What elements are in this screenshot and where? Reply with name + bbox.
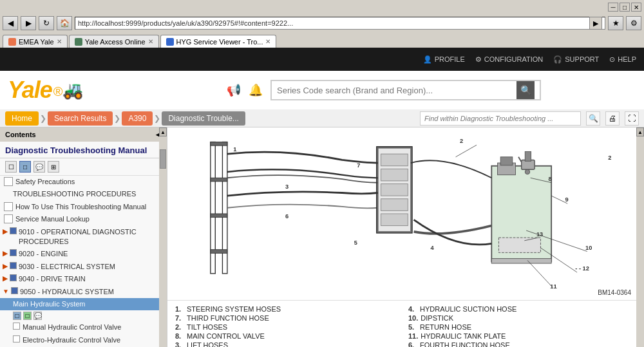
svg-rect-22 — [491, 259, 551, 263]
manual-title: Diagnostic Troubleshooting Manual — [0, 142, 167, 158]
svg-text:4: 4 — [431, 245, 435, 251]
hydraulic-diagram: 1 2 2 3 4 5 6 7 8 9 10 — [170, 130, 634, 297]
scroll-track[interactable] — [159, 136, 167, 347]
svg-text:- - 12: - - 12 — [575, 265, 589, 272]
tab-favicon — [166, 38, 174, 46]
diagram-area: 1 2 2 3 4 5 6 7 8 9 10 — [167, 127, 636, 300]
svg-text:7: 7 — [357, 162, 360, 169]
right-scroll-up-button[interactable]: ▲ — [636, 127, 644, 136]
favorites-button[interactable]: ★ — [608, 16, 623, 30]
svg-rect-4 — [211, 178, 227, 182]
page-icon — [4, 177, 13, 186]
breadcrumb-a390[interactable]: A390 — [122, 111, 153, 126]
scroll-up-button[interactable]: ▲ — [159, 127, 167, 136]
tab-emea-yale[interactable]: EMEA Yale ✕ — [3, 35, 68, 48]
sub-icon-3[interactable]: 💬 — [33, 312, 42, 320]
sidebar-item-main-hydraulic[interactable]: Main Hydraulic System — [0, 298, 167, 310]
sidebar-item-safety[interactable]: Safety Precautions — [0, 176, 167, 188]
tab-favicon — [75, 38, 82, 46]
tab-hyg-service[interactable]: HYG Service Viewer - Tro... ✕ — [160, 35, 277, 48]
main-layout: Contents ◀ Diagnostic Troubleshooting Ma… — [0, 127, 644, 347]
sidebar-item-9020[interactable]: ▶ 9020 - ENGINE — [0, 248, 167, 260]
parts-column-right: 4. HYDRAULIC SUCTION HOSE 10. DIPSTICK 5… — [408, 305, 629, 347]
tab-close-icon[interactable]: ✕ — [57, 38, 62, 45]
part-row-8: 10. DIPSTICK — [408, 314, 629, 323]
breadcrumb-sep-1: ❯ — [39, 114, 48, 123]
tools-button[interactable]: ⚙ — [626, 16, 641, 30]
svg-rect-15 — [500, 157, 513, 165]
svg-text:1: 1 — [233, 146, 236, 153]
series-search-input[interactable] — [277, 86, 516, 95]
back-button[interactable]: ◀ — [3, 16, 18, 30]
sidebar-title: Contents — [5, 131, 36, 138]
svg-rect-3 — [211, 142, 227, 146]
close-button[interactable]: ✕ — [631, 3, 641, 12]
help-link[interactable]: ⊙ HELP — [609, 55, 636, 64]
find-input[interactable] — [420, 111, 581, 126]
refresh-button[interactable]: ↻ — [39, 16, 54, 30]
page-icon — [4, 202, 13, 211]
svg-rect-20 — [525, 151, 531, 161]
sidebar-item-service-lookup[interactable]: Service Manual Lookup — [0, 213, 167, 225]
right-scroll-track[interactable] — [636, 136, 644, 347]
search-icon: 🔍 — [520, 85, 531, 95]
svg-text:11: 11 — [550, 283, 556, 290]
address-bar[interactable]: http://localhost:9999/products/yale/uk/a… — [75, 17, 605, 30]
part-row-5: 3. LIFT HOSES — [175, 341, 395, 347]
tab-close-icon[interactable]: ✕ — [265, 38, 270, 45]
sub-icon-1[interactable]: □ — [13, 312, 21, 320]
page-icon — [13, 335, 20, 342]
svg-text:3: 3 — [285, 183, 289, 190]
toolbar-icon-3[interactable]: 💬 — [33, 161, 45, 173]
sidebar-item-9040[interactable]: ▶ 9040 - DRIVE TRAIN — [0, 273, 167, 285]
sidebar-item-troubleshooting-proc[interactable]: TROUBLESHOOTING PROCEDURES — [0, 188, 167, 200]
sidebar-content: Safety Precautions TROUBLESHOOTING PROCE… — [0, 176, 167, 347]
sidebar-item-icons-row: □ □ 💬 — [0, 310, 167, 321]
svg-rect-6 — [211, 250, 227, 254]
sidebar-item-manual-hydraulic[interactable]: Manual Hydraulic Control Valve — [0, 321, 167, 333]
breadcrumb-home[interactable]: Home — [5, 111, 39, 126]
bell-icon[interactable]: 🔔 — [249, 83, 263, 97]
sub-icon-2[interactable]: □ — [23, 312, 32, 320]
series-search-box[interactable]: 🔍 — [270, 80, 541, 100]
svg-rect-12 — [381, 214, 408, 226]
configuration-link[interactable]: ⚙ CONFIGURATION — [475, 55, 543, 64]
print-button[interactable]: 🖨 — [605, 111, 620, 126]
toolbar-icon-1[interactable]: ☐ — [5, 161, 17, 173]
content-area: 1 2 2 3 4 5 6 7 8 9 10 — [167, 127, 636, 347]
svg-text:2: 2 — [460, 138, 463, 144]
maximize-button[interactable]: □ — [620, 3, 630, 12]
expand-arrow-9050: ▼ — [3, 287, 9, 296]
expand-arrow-9010: ▶ — [3, 227, 8, 236]
nav-bar: ◀ ▶ ↻ 🏠 http://localhost:9999/products/y… — [0, 14, 644, 32]
section-icon-9020 — [10, 249, 17, 256]
sidebar-scrollbar: ▲ ▼ — [159, 127, 167, 347]
breadcrumb-diagnostic[interactable]: Diagnostic Trouble... — [162, 111, 245, 126]
go-button[interactable]: ▶ — [589, 17, 602, 30]
sidebar-item-9050[interactable]: ▼ 9050 - HYDRAULIC SYSTEM — [0, 286, 167, 298]
svg-rect-5 — [211, 214, 227, 218]
speaker-icon[interactable]: 📢 — [227, 83, 241, 97]
tab-yale-axcess[interactable]: Yale Axcess Online ✕ — [69, 35, 159, 48]
help-icon: ⊙ — [609, 55, 615, 64]
support-link[interactable]: 🎧 SUPPORT — [553, 55, 599, 64]
sidebar-item-how-to[interactable]: How To Use This Troubleshooting Manual — [0, 201, 167, 213]
forward-button[interactable]: ▶ — [21, 16, 36, 30]
sidebar-toolbar: ☐ □ 💬 ⊞ — [0, 158, 167, 176]
tab-close-icon[interactable]: ✕ — [148, 38, 153, 45]
search-in-doc-button[interactable]: 🔍 — [586, 111, 600, 126]
home-button[interactable]: 🏠 — [57, 16, 72, 30]
sidebar-item-electro-hydraulic[interactable]: Electro-Hydraulic Control Valve — [0, 334, 167, 346]
breadcrumb-search-results[interactable]: Search Results — [48, 111, 113, 126]
profile-link[interactable]: 👤 PROFILE — [423, 55, 465, 64]
sidebar-item-9030[interactable]: ▶ 9030 - ELECTRICAL SYSTEM — [0, 261, 167, 273]
svg-text:9: 9 — [565, 196, 569, 203]
scroll-thumb[interactable] — [160, 149, 166, 169]
expand-button[interactable]: ⛶ — [625, 111, 639, 126]
toolbar-icon-2[interactable]: □ — [19, 161, 31, 173]
search-button[interactable]: 🔍 — [516, 81, 535, 99]
toolbar-icon-4[interactable]: ⊞ — [48, 161, 59, 173]
minimize-button[interactable]: ─ — [608, 3, 618, 12]
sidebar-item-9010[interactable]: ▶ 9010 - OPERATIONAL DIAGNOSTIC PROCEDUR… — [0, 226, 167, 249]
title-bar: ─ □ ✕ — [0, 0, 644, 14]
